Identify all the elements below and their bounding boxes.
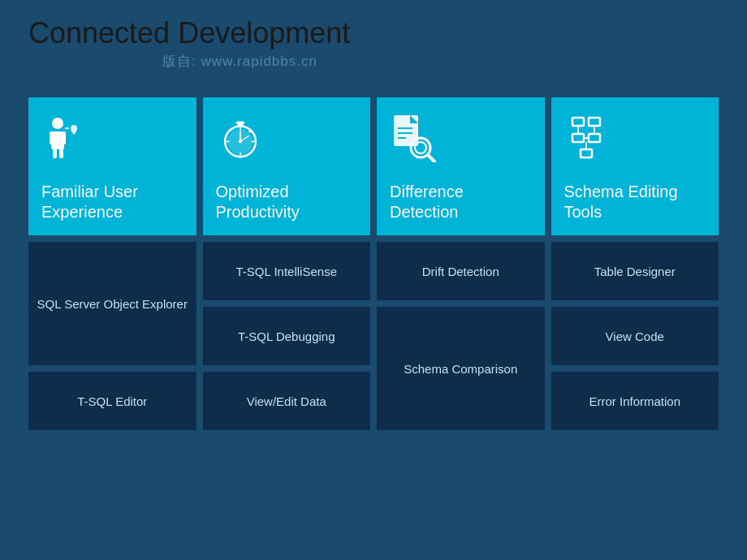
sub-tile-label-table-designer: Table Designer (594, 265, 676, 278)
sub-tile-table-designer[interactable]: Table Designer (551, 242, 719, 300)
sub-tile-label-sql-server: SQL Server Object Explorer (37, 297, 188, 311)
sub-tile-label-drift-detection: Drift Detection (422, 265, 499, 278)
svg-point-0 (52, 118, 63, 129)
sub-tile-label-view-code: View Code (606, 330, 664, 343)
svg-rect-30 (589, 134, 600, 142)
svg-point-25 (415, 142, 426, 153)
sub-tile-tsql-debugging[interactable]: T-SQL Debugging (203, 307, 371, 365)
hero-tile-schema-editing[interactable]: Schema Editing Tools (551, 97, 719, 235)
schema-icon (564, 114, 706, 175)
hero-tile-optimized-productivity[interactable]: Optimized Productivity (203, 97, 371, 235)
svg-line-26 (428, 155, 434, 162)
svg-rect-27 (572, 118, 584, 126)
svg-rect-1 (51, 131, 64, 149)
person-heart-icon (41, 114, 184, 175)
hero-label-schema-editing: Schema Editing Tools (564, 182, 706, 222)
sub-tile-tsql-intellisense[interactable]: T-SQL IntelliSense (203, 242, 371, 300)
svg-rect-5 (59, 149, 63, 158)
sub-tile-drift-detection[interactable]: Drift Detection (377, 242, 545, 300)
sub-tile-view-edit-data[interactable]: View/Edit Data (203, 372, 371, 430)
sub-tile-label-view-edit-data: View/Edit Data (247, 394, 326, 408)
hero-tile-familiar-user[interactable]: Familiar User Experience (28, 97, 196, 235)
main-grid: Familiar User Experience (28, 97, 719, 430)
sub-tile-sql-server-object-explorer[interactable]: SQL Server Object Explorer (28, 242, 196, 365)
sub-tile-error-information[interactable]: Error Information (551, 372, 719, 430)
sub-tile-tsql-editor[interactable]: T-SQL Editor (28, 372, 196, 430)
sub-tile-schema-comparison[interactable]: Schema Comparison (377, 307, 545, 430)
sub-tile-label-tsql-editor: T-SQL Editor (77, 394, 147, 408)
sub-tile-label-schema-comparison: Schema Comparison (404, 362, 517, 376)
page-title: Connected Development (28, 16, 350, 50)
svg-rect-2 (50, 131, 53, 144)
svg-rect-29 (572, 134, 584, 142)
svg-rect-3 (63, 131, 66, 144)
svg-point-18 (238, 140, 241, 143)
svg-rect-31 (581, 149, 592, 157)
hero-label-optimized-productivity: Optimized Productivity (216, 182, 358, 222)
svg-rect-11 (248, 131, 252, 133)
svg-rect-4 (53, 149, 57, 158)
stopwatch-icon (216, 114, 358, 175)
sub-tile-label-tsql-debugging: T-SQL Debugging (238, 330, 335, 343)
sub-tile-label-error-information: Error Information (589, 394, 680, 408)
sub-tile-label-tsql-intellisense: T-SQL IntelliSense (235, 265, 337, 278)
hero-label-difference-detection: Difference Detection (390, 182, 532, 222)
hero-label-familiar-user: Familiar User Experience (41, 182, 184, 222)
file-search-icon (390, 114, 532, 175)
svg-rect-10 (235, 121, 244, 123)
hero-tile-difference-detection[interactable]: Difference Detection (377, 97, 545, 235)
sub-tile-view-code[interactable]: View Code (551, 307, 719, 365)
svg-rect-28 (589, 118, 600, 126)
